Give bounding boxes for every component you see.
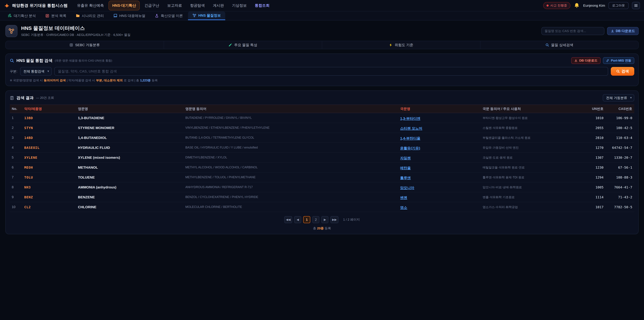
cell-korean-name: 윤활유(기유): [398, 143, 481, 153]
cell-abbr: TOLU: [22, 172, 76, 182]
table-row[interactable]: 6 MEOH METHANOL METHYL ALCOHOL / WOOD AL…: [10, 162, 634, 172]
pagination-page-2[interactable]: 2: [312, 216, 319, 223]
pencil-icon: [228, 43, 232, 47]
table-row[interactable]: 5 XYLENE XYLENE (mixed isomers) DIMETHYL…: [10, 153, 634, 162]
nav-item-hns-dispersion[interactable]: HNS·대기확산: [108, 1, 140, 11]
pagination-page-1[interactable]: 1: [303, 216, 310, 223]
cell-english-synonyms: METHYLBENZENE / TOLUOL / PHENYLMETHANE: [183, 172, 398, 182]
col-un-number: UN번호: [584, 105, 606, 113]
korean-name-link[interactable]: 자일렌: [400, 156, 411, 160]
table-row[interactable]: 4 BASEOIL HYDRAULIC FLUID BASE OIL / HYD…: [10, 143, 634, 153]
cell-abbr: XYLENE: [22, 153, 76, 162]
col-korean-name: 국문명: [398, 105, 481, 113]
menu-button[interactable]: [632, 2, 640, 9]
col-korean-synonyms: 국문 동의어 / 주요 사용처: [481, 105, 584, 113]
tab-hns-manual[interactable]: HNS 대응매뉴얼: [109, 12, 150, 20]
table-row[interactable]: 7 TOLU TOLUENE METHYLBENZENE / TOLUOL / …: [10, 172, 634, 182]
logout-button[interactable]: 로그아웃: [608, 2, 628, 9]
topbar-right: 사고 진행중 Eunjeong Kim 로그아웃: [543, 2, 640, 9]
nav-item-board[interactable]: 게시판: [210, 1, 227, 10]
tab-label: 확산모델 이론: [161, 14, 183, 18]
korean-name-link[interactable]: 1,3-부타디엔: [400, 116, 420, 120]
cell-cas-number: 7664-41-7: [606, 182, 634, 192]
results-table: No. 약자/제품명 영문명 영문명 동의어 국문명 국문 동의어 / 주요 사…: [10, 105, 634, 212]
nav-item-rescue[interactable]: 긴급구난: [141, 1, 162, 10]
tab-label: 시나리오 관리: [82, 14, 104, 18]
incident-status-badge[interactable]: 사고 진행중: [543, 2, 570, 9]
search-button[interactable]: 검색: [611, 67, 634, 76]
korean-name-link[interactable]: 스티렌 모노머: [400, 126, 422, 130]
quicknav-detailed-search[interactable]: 물질 상세검색: [480, 41, 638, 49]
cell-abbr: NH3: [22, 182, 76, 192]
notifications-button[interactable]: [574, 3, 580, 9]
nav-item-weather[interactable]: 기상정보: [228, 1, 250, 10]
wing-logo-icon: [4, 3, 10, 9]
header-db-download-button[interactable]: DB 다운로드: [607, 27, 639, 35]
header-quick-search-input[interactable]: [541, 27, 604, 35]
cell-english-name: BENZENE: [76, 192, 184, 202]
quicknav-sebc-classification[interactable]: SEBC 거동분류: [6, 41, 164, 49]
cell-korean-name: 메탄올: [398, 162, 481, 172]
nav-item-oil-spill[interactable]: 유출유 확산예측: [74, 1, 107, 10]
search-panel-title: HNS 물질 통합 검색: [16, 58, 52, 63]
korean-name-link[interactable]: 톨루엔: [400, 176, 411, 180]
cell-no: 2: [10, 123, 22, 133]
pagination-last-button[interactable]: ▶▶: [330, 216, 338, 223]
nav-item-aerial-search[interactable]: 항공탐색: [187, 1, 208, 10]
korean-name-link[interactable]: 벤젠: [400, 196, 407, 199]
cell-korean-synonyms: 유압유·가동장비·선박 엔진: [481, 143, 584, 153]
col-cas-number: CAS번호: [606, 105, 634, 113]
classification-filter-select[interactable]: 전체 거동분류: [603, 94, 634, 102]
nav-item-reports[interactable]: 보고자료: [164, 1, 185, 10]
panel-db-download-button[interactable]: DB 다운로드: [571, 57, 600, 64]
nav-item-integrated-search[interactable]: 통합조회: [252, 1, 273, 10]
table-row[interactable]: 8 NH3 AMMONIA (anhydrous) ANHYDROUS AMMO…: [10, 182, 634, 192]
integrated-search-input[interactable]: [54, 67, 608, 76]
table-row[interactable]: 1 13BD 1,3-BUTADIENE BUTADIENE / PYRROLE…: [10, 113, 634, 123]
brand[interactable]: 해양환경 위기대응 통합시스템: [4, 3, 68, 9]
tab-dispersion-analysis[interactable]: 대기확산 분석: [3, 12, 40, 20]
cell-no: 7: [10, 172, 22, 182]
korean-name-link[interactable]: 암모니아: [400, 186, 414, 190]
tab-dispersion-model-theory[interactable]: 확산모델 이론: [150, 12, 187, 20]
bell-icon: [574, 3, 580, 9]
pagination-next-button[interactable]: ▶: [321, 216, 328, 223]
search-panel-note: (국문·영문·제품명·동의어·CAS·UN번호 통합): [55, 59, 112, 63]
table-row[interactable]: 3 14BD 1,4-BUTANEDIOL BUTANE-1,4-DIOL / …: [10, 133, 634, 143]
quicknav-substance-properties[interactable]: 주요 물질 특성: [164, 41, 322, 49]
quicknav-risk-criteria[interactable]: 위험도 기준: [322, 41, 480, 49]
search-category-select[interactable]: 전체 통합검색: [20, 67, 52, 76]
cell-english-name: METHANOL: [76, 162, 184, 172]
pagination-prev-button[interactable]: ◀: [294, 216, 301, 223]
col-english-name: 영문명: [76, 105, 184, 113]
cell-korean-name: 스티렌 모노머: [398, 123, 481, 133]
korean-name-link[interactable]: 메탄올: [400, 166, 411, 170]
korean-name-link[interactable]: 염소: [400, 206, 407, 209]
portmis-link-button[interactable]: Port-MIS 연동: [603, 57, 634, 64]
pagination-first-button[interactable]: ◀◀: [284, 216, 292, 223]
cell-korean-synonyms: 염소가스·수처리·화학공업: [481, 202, 584, 212]
category-label: 구분:: [10, 69, 18, 74]
korean-name-link[interactable]: 윤활유(기유): [400, 146, 420, 150]
tab-analysis-list[interactable]: 분석 목록: [41, 12, 71, 20]
total-registered-line: 총 20종 등록: [10, 226, 634, 231]
table-row[interactable]: 2 STYN STYRENE MONOMER VINYLBENZENE / ET…: [10, 123, 634, 133]
cell-no: 3: [10, 133, 22, 143]
quicknav-label: 위험도 기준: [394, 43, 413, 47]
tab-scenario-management[interactable]: 시나리오 관리: [72, 12, 108, 20]
table-row[interactable]: 9 BENZ BENZENE BENZOL / CYCLOHEXATRIENE …: [10, 192, 634, 202]
cell-english-synonyms: DIMETHYLBENZENE / XYLOL: [183, 153, 398, 162]
table-row[interactable]: 10 CL2 CHLORINE MOLECULAR CHLORINE / BER…: [10, 202, 634, 212]
cell-un-number: 2810: [584, 133, 606, 143]
cell-un-number: 1294: [584, 172, 606, 182]
cell-no: 9: [10, 192, 22, 202]
korean-name-link[interactable]: 1,4-부탄디올: [400, 136, 420, 140]
tab-hns-substance-info[interactable]: HNS 물질정보: [188, 12, 225, 20]
main-nav: 유출유 확산예측 HNS·대기확산 긴급구난 보고자료 항공탐색 게시판 기상정…: [74, 1, 537, 11]
cell-un-number: 1307: [584, 153, 606, 162]
cell-cas-number: 7782-50-5: [606, 202, 634, 212]
cell-english-name: 1,3-BUTADIENE: [76, 113, 184, 123]
cell-korean-name: 1,3-부타디엔: [398, 113, 481, 123]
tab-label: 대기확산 분석: [14, 14, 36, 18]
cell-korean-synonyms: 크실렌·도료·용제 원료: [481, 153, 584, 162]
